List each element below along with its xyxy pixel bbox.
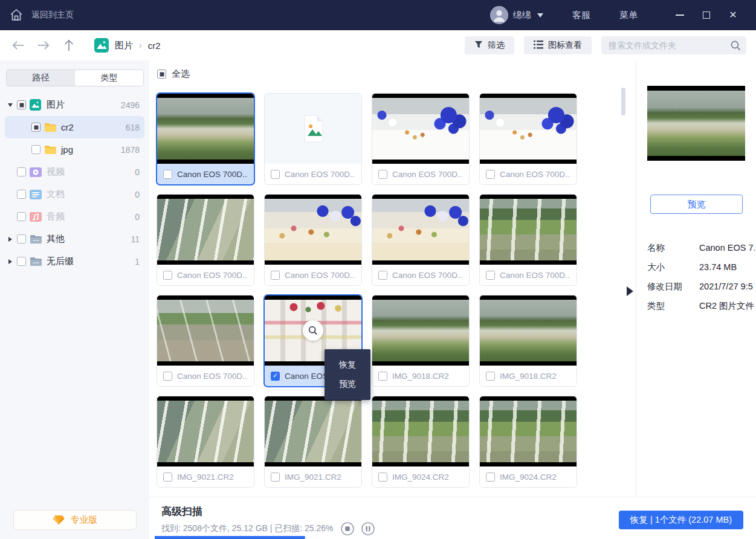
breadcrumb-root[interactable]: 图片 [115,40,133,51]
vertical-scrollbar[interactable] [621,88,625,115]
customer-service-link[interactable]: 客服 [572,10,590,21]
pro-version-button[interactable]: 专业版 [13,510,137,530]
tree-checkbox[interactable] [17,100,26,109]
file-checkbox[interactable] [378,271,387,280]
tree-checkbox[interactable] [17,167,26,176]
file-tile[interactable]: Canon EOS 700D... [479,194,577,286]
recover-button[interactable]: 恢复 | 1个文件 (22.07 MB) [619,511,743,529]
menu-link[interactable]: 菜单 [619,10,638,21]
file-checkbox[interactable] [163,372,172,381]
tree-item-无后缀[interactable]: 无后缀1 [5,250,144,273]
file-thumbnail[interactable] [157,396,254,466]
detail-label: 名称 [647,242,699,254]
file-thumbnail[interactable] [480,396,577,466]
tab-path[interactable]: 路径 [7,70,75,86]
back-to-home-link[interactable]: 返回到主页 [31,10,74,21]
file-tile[interactable]: Canon EOS 700D... [264,93,362,185]
tree-item-图片[interactable]: 图片2496 [5,94,144,116]
sidebar-tabs: 路径 类型 [6,69,144,86]
file-tile[interactable]: IMG_9021.CR2 [157,396,254,488]
tree-checkbox[interactable] [31,123,40,132]
file-tile[interactable]: IMG_9024.CR2 [479,396,577,488]
tree-checkbox[interactable] [17,190,26,199]
minimize-button[interactable] [667,6,693,24]
file-thumbnail[interactable] [265,396,361,466]
search-input[interactable] [601,40,722,50]
file-placeholder-icon[interactable] [265,94,361,164]
file-tile[interactable]: Canon EOS 700D... [479,93,577,185]
file-checkbox[interactable] [271,473,280,482]
file-checkbox[interactable] [486,170,495,179]
file-checkbox[interactable] [486,271,495,280]
file-checkbox[interactable] [271,372,280,381]
file-checkbox[interactable] [486,372,495,381]
tree-item-其他[interactable]: 其他11 [5,228,144,250]
user-account[interactable]: 绵绵 [490,6,543,24]
stop-scan-button[interactable] [341,522,354,535]
preview-button[interactable]: 预览 [650,195,743,214]
filter-button[interactable]: 筛选 [465,36,514,54]
tree-item-音频[interactable]: 音频0 [5,205,144,228]
file-thumbnail[interactable] [157,195,254,265]
tree-item-文档[interactable]: 文档0 [5,183,144,205]
select-all-checkbox[interactable] [157,69,166,79]
caret-right-icon[interactable] [6,259,15,264]
file-tile[interactable]: Canon EOS 700D... [157,93,254,185]
file-thumbnail[interactable] [372,295,469,366]
file-thumbnail[interactable] [372,396,469,466]
context-menu-item-preview[interactable]: 预览 [325,375,370,394]
file-tile[interactable]: Canon EOS 700D... [264,194,362,286]
file-checkbox[interactable] [163,473,172,482]
file-tile[interactable]: IMG_9018.CR2 [479,295,577,387]
tree-checkbox[interactable] [17,257,26,266]
file-thumbnail[interactable] [372,94,469,164]
caret-right-icon[interactable] [6,237,15,242]
file-checkbox[interactable] [378,170,387,179]
file-thumbnail[interactable] [480,295,577,366]
tree-checkbox[interactable] [31,145,40,154]
tree-item-jpg[interactable]: jpg1878 [5,138,144,161]
close-button[interactable]: ✕ [720,6,746,24]
home-icon[interactable] [8,7,24,23]
file-thumbnail[interactable] [480,195,577,265]
view-mode-button[interactable]: 图标查看 [524,36,592,54]
file-thumbnail[interactable] [265,195,361,265]
select-all-row[interactable]: 全选 [157,68,190,80]
tree-item-label: 其他 [47,233,65,245]
file-checkbox[interactable] [163,271,172,280]
breadcrumb-current[interactable]: cr2 [148,40,161,51]
tree-item-cr2[interactable]: cr2618 [5,116,144,138]
tree-checkbox[interactable] [17,234,26,244]
caret-down-icon[interactable] [6,103,15,107]
nav-back-button[interactable] [11,39,25,52]
file-thumbnail[interactable] [372,195,469,265]
file-tile[interactable]: Canon EOS 700D... [157,295,254,387]
pause-scan-button[interactable] [361,522,375,535]
file-checkbox[interactable] [378,372,387,381]
nav-forward-button[interactable] [36,39,51,52]
file-checkbox[interactable] [271,170,280,179]
file-tile[interactable]: Canon EOS 700D... [372,93,470,185]
file-thumbnail[interactable] [157,295,254,366]
search-icon[interactable] [730,40,741,53]
tab-type[interactable]: 类型 [75,70,143,86]
file-checkbox[interactable] [486,473,495,482]
file-thumbnail[interactable] [157,94,254,164]
file-thumbnail[interactable] [480,94,577,164]
nav-up-button[interactable] [62,39,76,52]
magnifier-overlay-icon[interactable] [303,320,323,341]
panel-collapse-icon[interactable] [627,286,633,296]
file-tile[interactable]: Canon EOS 700D... [372,194,470,286]
file-tile[interactable]: IMG_9024.CR2 [372,396,470,488]
tree-item-视频[interactable]: 视频0 [5,161,144,183]
maximize-button[interactable] [693,6,720,24]
file-tile[interactable]: Canon EOS 700D... [157,194,254,286]
scan-progress-fill [155,536,305,539]
file-checkbox[interactable] [378,473,387,482]
tree-checkbox[interactable] [17,212,26,221]
file-checkbox[interactable] [163,170,172,179]
file-tile[interactable]: IMG_9021.CR2 [264,396,362,488]
context-menu-item-recover[interactable]: 恢复 [325,355,370,375]
file-tile[interactable]: IMG_9018.CR2 [372,295,470,387]
file-checkbox[interactable] [271,271,280,280]
